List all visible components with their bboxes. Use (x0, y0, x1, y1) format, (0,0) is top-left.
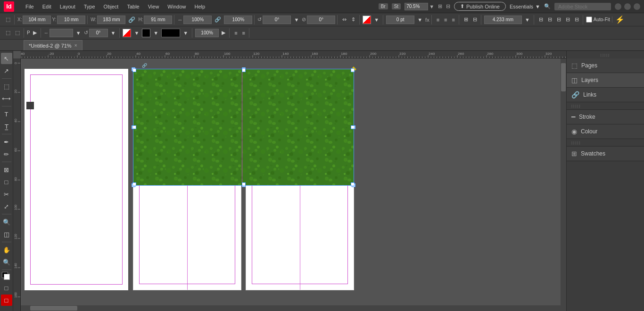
pencil-tool[interactable]: ✏ (1, 148, 12, 160)
gradient-tool[interactable]: ◫ (1, 229, 12, 240)
preview-mode-btn[interactable]: □ (1, 295, 12, 306)
x-input[interactable] (23, 16, 51, 24)
view-options-btn[interactable]: ⊞ (438, 3, 442, 9)
horizontal-scrollbar[interactable] (21, 305, 561, 311)
direct-select-btn[interactable]: ⬚ (13, 28, 22, 38)
hand-tool[interactable]: ✋ (1, 244, 12, 255)
menu-layout[interactable]: Layout (56, 3, 79, 10)
layers-panel-header[interactable]: ◫ Layers (567, 73, 644, 87)
normal-mode-btn[interactable]: □ (1, 282, 12, 294)
inner-handle-tm[interactable] (242, 68, 246, 72)
stroke-panel-header[interactable]: ━ Stroke (567, 110, 644, 124)
align-center-btn[interactable]: ≡ (442, 15, 449, 25)
inner-handle-br[interactable] (351, 182, 355, 186)
h-input[interactable] (144, 16, 172, 24)
selection-tool-btn[interactable]: ⬚ (4, 15, 12, 25)
row2-align-right-btn[interactable]: ≡ (240, 28, 247, 38)
auto-fit-checkbox[interactable] (586, 16, 592, 23)
frame-rotate-more-btn[interactable]: ▼ (109, 28, 118, 38)
v-scrollbar-thumb[interactable] (561, 63, 566, 91)
swatches-panel-header[interactable]: ⊞ Swatches (567, 147, 644, 161)
inner-handle-tl[interactable] (132, 68, 136, 72)
rotate-input[interactable] (263, 16, 291, 24)
rectangle-frame-tool[interactable]: ⊠ (1, 164, 12, 175)
pages-panel-header[interactable]: ⬚ Pages (567, 58, 644, 73)
flip-v-btn[interactable]: ⇕ (349, 15, 357, 25)
fill-frame-btn[interactable]: ⊟ (546, 15, 554, 25)
lock-scale-btn[interactable]: 🔗 (213, 15, 223, 25)
stroke-width-input[interactable] (484, 16, 522, 24)
scissors-tool[interactable]: ✂ (1, 188, 12, 200)
stroke-more-btn[interactable]: ▼ (415, 15, 424, 25)
lock-proportions-btn[interactable]: 🔗 (126, 15, 137, 25)
inner-handle-bl[interactable] (132, 182, 136, 186)
stroke-value-input[interactable] (386, 16, 414, 24)
menu-type[interactable]: Type (80, 3, 99, 10)
inner-handle-tr[interactable] (351, 68, 355, 72)
stroke-width-more-btn[interactable]: ▼ (523, 15, 532, 25)
container-select-btn[interactable]: ⬚ (4, 28, 12, 38)
menu-edit[interactable]: Edit (39, 3, 55, 10)
minimize-button[interactable] (615, 3, 621, 10)
restore-button[interactable] (624, 3, 631, 10)
grass-image-frame[interactable]: 🔗 (133, 69, 354, 186)
menu-window[interactable]: Window (164, 3, 190, 10)
row2-fill-swatch[interactable] (123, 29, 131, 37)
align-right-btn[interactable]: ≡ (450, 15, 456, 25)
zoom-tool[interactable]: 🔍 (1, 256, 12, 268)
auto-fit-label[interactable]: Auto-Fit (586, 16, 610, 23)
arrange-windows-btn[interactable]: ⊟ (446, 3, 450, 9)
menu-view[interactable]: View (144, 3, 163, 10)
close-button[interactable] (634, 3, 640, 10)
y-input[interactable] (57, 16, 85, 24)
fit-frame-btn[interactable]: ⊟ (537, 15, 545, 25)
row2-stroke-more-btn[interactable]: ▼ (151, 28, 160, 38)
page-tool[interactable]: ⬚ (1, 81, 12, 92)
rotate-more-btn[interactable]: ▼ (292, 15, 301, 25)
colour-panel-header[interactable]: ◉ Colour (567, 124, 644, 139)
menu-help[interactable]: Help (190, 3, 209, 10)
links-panel-header[interactable]: 🔗 Links (567, 88, 644, 102)
row2-zoom-input[interactable] (195, 29, 219, 37)
row2-align-left-btn[interactable]: ≡ (232, 28, 239, 38)
w-input[interactable] (97, 16, 125, 24)
scale-h-input[interactable] (224, 16, 252, 24)
row2-stroke-swatch[interactable] (142, 29, 150, 37)
type-path-tool[interactable]: T̲ (1, 121, 12, 132)
frame-scale-more-btn[interactable]: ▼ (74, 28, 83, 38)
fill-stroke-swatches[interactable] (2, 272, 11, 281)
transform-more-btn[interactable]: ▶ (31, 28, 39, 38)
document-tab[interactable]: *Untitled-2 @ 71% × (24, 40, 83, 50)
selection-tool[interactable]: ↖ (1, 53, 12, 64)
type-tool[interactable]: T (1, 108, 12, 120)
essentials-button[interactable]: Essentials ▼ (510, 4, 540, 9)
row2-zoom-more-btn[interactable]: ▶ (220, 28, 227, 38)
center-content-btn[interactable]: ⊟ (564, 15, 572, 25)
dist-v-btn[interactable]: ⊟ (471, 15, 479, 25)
dist-h-btn[interactable]: ⊞ (462, 15, 470, 25)
fill-more-btn[interactable]: ▼ (372, 15, 381, 25)
fill-swatch[interactable] (363, 16, 371, 24)
tab-close-btn[interactable]: × (74, 43, 77, 48)
fit-content-btn[interactable]: ⊟ (555, 15, 563, 25)
lightning-btn[interactable]: ⚡ (613, 15, 627, 24)
zoom-input[interactable] (405, 3, 428, 10)
inner-handle-bm[interactable] (242, 182, 246, 186)
gap-tool[interactable]: ⟷ (1, 93, 12, 104)
inner-handle-ml[interactable] (132, 125, 136, 129)
row2-fill-more-btn[interactable]: ▼ (132, 28, 141, 38)
search-input[interactable] (554, 3, 611, 10)
vertical-scrollbar[interactable] (561, 58, 566, 311)
row2-color-more-btn[interactable]: ▼ (181, 28, 190, 38)
rectangle-tool[interactable]: □ (1, 176, 12, 188)
menu-object[interactable]: Object (100, 3, 123, 10)
h-scrollbar-thumb[interactable] (30, 306, 77, 311)
inner-handle-mr[interactable] (351, 125, 355, 129)
transform-tool[interactable]: ⤢ (1, 201, 12, 212)
shear-input[interactable] (307, 16, 335, 24)
eyedropper-tool[interactable]: 🔍 (1, 216, 12, 228)
scale-w-input[interactable] (183, 16, 212, 24)
zoom-dropdown-icon[interactable]: ▼ (429, 4, 434, 9)
menu-file[interactable]: File (22, 3, 38, 10)
canvas-content[interactable]: 🔗 (21, 58, 566, 311)
